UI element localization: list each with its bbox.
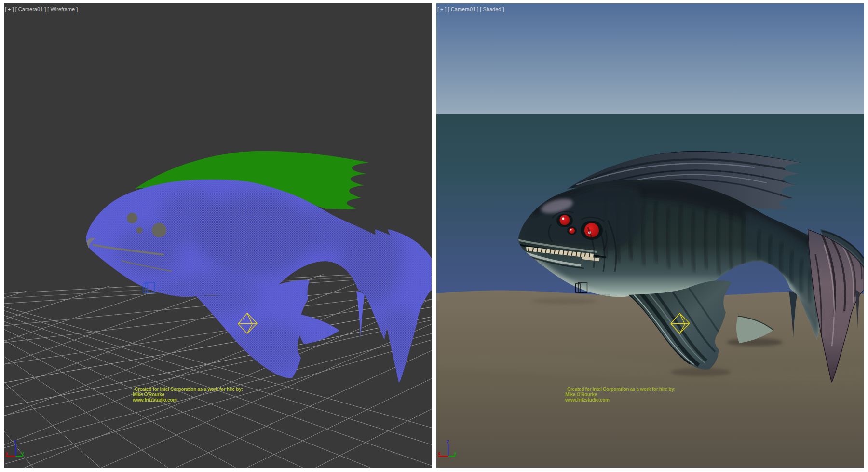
svg-text:Created for Intel Corporation: Created for Intel Corporation as a work … bbox=[567, 387, 675, 392]
svg-text:[ + ] [ Camera01 ] [ Wireframe: [ + ] [ Camera01 ] [ Wireframe ] bbox=[5, 6, 78, 12]
svg-text:www.fritzstudio.com: www.fritzstudio.com bbox=[565, 397, 610, 403]
svg-text:Mike O'Rourke: Mike O'Rourke bbox=[565, 392, 597, 397]
svg-text:z: z bbox=[447, 439, 449, 444]
svg-text:y: y bbox=[21, 451, 24, 456]
svg-text:x: x bbox=[438, 451, 441, 456]
svg-text:x: x bbox=[5, 451, 8, 456]
svg-text:y: y bbox=[454, 451, 457, 456]
svg-text:Created for Intel Corporation: Created for Intel Corporation as a work … bbox=[135, 387, 243, 392]
svg-text:www.fritzstudio.com: www.fritzstudio.com bbox=[132, 397, 177, 403]
svg-text:Mike O'Rourke: Mike O'Rourke bbox=[133, 392, 164, 397]
svg-text:[ + ] [ Camera01 ] [ Shaded ]: [ + ] [ Camera01 ] [ Shaded ] bbox=[437, 6, 504, 12]
svg-text:z: z bbox=[14, 439, 16, 444]
